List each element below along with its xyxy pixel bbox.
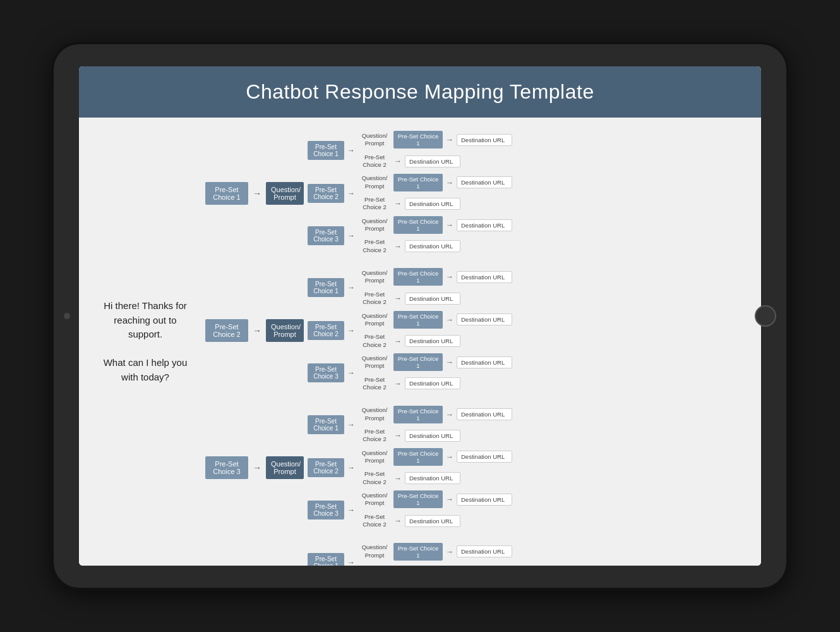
greeting-text: Hi there! Thanks for reaching out to sup… [104,299,188,384]
choice-2: Pre-SetChoice 2 [205,319,248,342]
sub-arrow-1-2: → [347,189,356,198]
greeting-line1: Hi there! Thanks for [104,300,186,311]
page-title: Chatbot Response Mapping Template [92,80,748,104]
arrow-1: → [252,188,262,198]
rr-1-1-1: Question/Prompt Pre-Set Choice 1 → Desti… [358,130,512,150]
rr-1-3-1: Question/Prompt Pre-Set Choice 1 → Desti… [358,216,512,235]
arrow-2: → [252,325,262,336]
right-rows-1-1: Question/Prompt Pre-Set Choice 1 → Desti… [358,130,512,171]
header: Chatbot Response Mapping Template [79,66,761,118]
rr-1-2-1: Question/Prompt Pre-Set Choice 1 → Desti… [358,173,512,192]
sub-line-1-1: Pre-SetChoice 1 → Question/Prompt Pre-Se… [308,130,512,171]
subchoices-3: Pre-SetChoice 1 → Question/Prompt Pre-Se… [308,404,512,530]
sub-arrow-1-3: → [347,231,356,240]
mapping-row-2: Pre-SetChoice 2 → Question/Prompt Pre-Se… [205,267,755,393]
greeting-line6: with today? [121,372,169,382]
mapping-area: Pre-SetChoice 1 → Question/Prompt Pre-Se… [205,130,755,553]
sub-line-2-3: Pre-SetChoice 3 → Question/Prompt Pre-Se… [308,353,512,393]
sub-line-1-3: Pre-SetChoice 3 → Question/Prompt Pre-Se… [308,216,512,256]
rr-1-2-2: Pre-Set Choice 2 → Destination URL [358,194,512,214]
arrow-3: → [252,463,262,473]
qp-s-1-1-2: Pre-Set Choice 2 [358,152,391,171]
sub-line-1-2: Pre-SetChoice 2 → Question/Prompt Pre-Se… [308,173,512,213]
sc-1-1: Pre-SetChoice 1 [308,141,344,160]
sub-line-2-1: Pre-SetChoice 1 → Question/Prompt Pre-Se… [308,267,512,308]
psc-1-2-1: Pre-Set Choice 1 [393,174,443,191]
sub-arrow-1-1: → [347,146,356,155]
psc-1-1-1: Pre-Set Choice 1 [393,131,443,149]
qp-s-1-2-2: Pre-Set Choice 2 [358,194,391,214]
dest-1-1-2: Destination URL [405,155,460,167]
mapping-row-1: Pre-SetChoice 1 → Question/Prompt Pre-Se… [205,130,755,256]
tablet-camera [64,313,70,319]
greeting-line2: reaching out to [114,315,176,325]
tablet-frame: Chatbot Response Mapping Template Hi the… [54,44,786,588]
dest-1-2-1: Destination URL [457,176,512,188]
content-area: Hi there! Thanks for reaching out to sup… [79,118,761,566]
sc-2-3: Pre-SetChoice 3 [308,363,344,382]
choice-3: Pre-SetChoice 3 [205,456,248,479]
qp-2: Question/Prompt [266,319,304,342]
psc-1-3-1: Pre-Set Choice 1 [393,216,443,234]
right-rows-1-2: Question/Prompt Pre-Set Choice 1 → Desti… [358,173,512,213]
subchoices-4: Pre-SetChoice 1 → Question/Prompt Pre-Se… [308,542,512,566]
choice-1: Pre-SetChoice 1 [205,182,248,205]
dest-1-3-1: Destination URL [457,219,512,231]
screen: Chatbot Response Mapping Template Hi the… [79,66,761,566]
qp-s-1-1-1: Question/Prompt [358,130,391,150]
dest-1-1-1: Destination URL [457,134,512,146]
dest-1-2-2: Destination URL [405,198,460,210]
mapping-row-4: Pre-SetChoice 4 → Question/Prompt Pre-Se… [205,542,755,566]
greeting-panel: Hi there! Thanks for reaching out to sup… [85,130,205,553]
qp-1: Question/Prompt [266,182,304,205]
sc-1-2: Pre-SetChoice 2 [308,184,344,203]
subchoices-2: Pre-SetChoice 1 → Question/Prompt Pre-Se… [308,267,512,393]
sc-1-3: Pre-SetChoice 3 [308,226,344,245]
tablet-home-button[interactable] [755,305,776,327]
dest-1-3-2: Destination URL [405,240,460,252]
subchoices-1: Pre-SetChoice 1 → Question/Prompt Pre-Se… [308,130,512,256]
qp-s-1-3-2: Pre-Set Choice 2 [358,236,391,256]
sc-2-1: Pre-SetChoice 1 [308,278,344,297]
sub-line-2-2: Pre-SetChoice 2 → Question/Prompt Pre-Se… [308,310,512,351]
qp-s-1-3-1: Question/Prompt [358,216,391,235]
qp-3: Question/Prompt [266,456,304,479]
greeting-line5: What can I help you [104,357,188,368]
sc-2-2: Pre-SetChoice 2 [308,321,344,340]
rr-1-3-2: Pre-Set Choice 2 → Destination URL [358,236,512,256]
right-rows-1-3: Question/Prompt Pre-Set Choice 1 → Desti… [358,216,512,256]
greeting-line3: support. [128,329,162,339]
rr-1-1-2: Pre-Set Choice 2 → Destination URL [358,152,512,171]
mapping-row-3: Pre-SetChoice 3 → Question/Prompt Pre-Se… [205,404,755,530]
qp-s-1-2-1: Question/Prompt [358,173,391,192]
